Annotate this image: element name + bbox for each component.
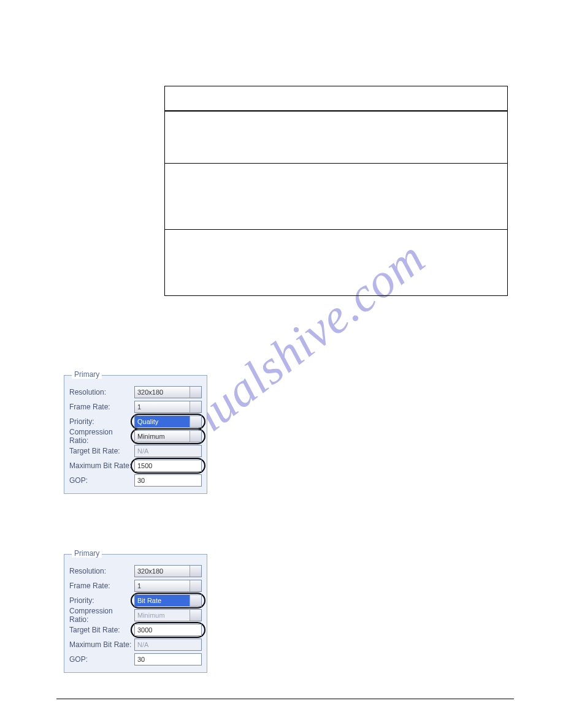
row-compression: Compression Ratio: Minimum [69, 609, 202, 622]
gop-input[interactable]: 30 [134, 474, 202, 487]
label: Target Bit Rate: [69, 626, 134, 634]
row-target-bitrate: Target Bit Rate: N/A [69, 444, 202, 458]
row-framerate: Frame Rate: 1 [69, 579, 202, 593]
info-table [164, 86, 508, 296]
chevron-down-icon [193, 391, 198, 394]
chevron-down-icon [193, 599, 198, 602]
label: GOP: [69, 476, 134, 485]
target-bitrate-input[interactable]: 3000 [134, 624, 202, 636]
chevron-down-icon [193, 585, 198, 588]
label: Compression Ratio: [69, 607, 134, 624]
row-gop: GOP: 30 [69, 474, 202, 487]
resolution-dropdown[interactable]: 320x180 [134, 565, 202, 577]
primary-panel-1: Primary Resolution: 320x180 Frame Rate: … [64, 375, 207, 494]
primary-panel-2: Primary Resolution: 320x180 Frame Rate: … [64, 554, 207, 673]
row-priority: Priority: Bit Rate [69, 594, 202, 607]
priority-dropdown[interactable]: Bit Rate [134, 594, 202, 607]
label: Compression Ratio: [69, 428, 134, 445]
label: Resolution: [69, 567, 134, 575]
chevron-down-icon [193, 406, 198, 409]
chevron-down-icon [193, 614, 198, 617]
row-gop: GOP: 30 [69, 653, 202, 666]
label: Resolution: [69, 388, 134, 396]
label: GOP: [69, 655, 134, 664]
priority-dropdown[interactable]: Quality [134, 415, 202, 428]
label: Maximum Bit Rate: [69, 640, 134, 649]
target-bitrate-input: N/A [134, 445, 202, 457]
label: Frame Rate: [69, 582, 134, 590]
label: Priority: [69, 596, 134, 605]
label: Priority: [69, 417, 134, 426]
max-bitrate-input: N/A [134, 639, 202, 651]
row-resolution: Resolution: 320x180 [69, 385, 202, 399]
row-max-bitrate: Maximum Bit Rate: N/A [69, 638, 202, 651]
row-target-bitrate: Target Bit Rate: 3000 [69, 623, 202, 637]
chevron-down-icon [193, 420, 198, 423]
label: Frame Rate: [69, 403, 134, 411]
row-framerate: Frame Rate: 1 [69, 400, 202, 414]
row-priority: Priority: Quality [69, 415, 202, 428]
row-resolution: Resolution: 320x180 [69, 564, 202, 578]
footer-divider [56, 699, 514, 699]
chevron-down-icon [193, 570, 198, 573]
row-compression: Compression Ratio: Minimum [69, 430, 202, 443]
max-bitrate-input[interactable]: 1500 [134, 460, 202, 472]
label: Maximum Bit Rate: [69, 461, 134, 470]
row-max-bitrate: Maximum Bit Rate: 1500 [69, 459, 202, 472]
gop-input[interactable]: 30 [134, 653, 202, 665]
label: Target Bit Rate: [69, 447, 134, 455]
chevron-down-icon [193, 435, 198, 438]
resolution-dropdown[interactable]: 320x180 [134, 386, 202, 398]
panel1-legend: Primary [72, 370, 102, 379]
compression-dropdown: Minimum [134, 609, 202, 621]
framerate-dropdown[interactable]: 1 [134, 401, 202, 413]
framerate-dropdown[interactable]: 1 [134, 580, 202, 592]
panel2-legend: Primary [72, 549, 102, 558]
compression-dropdown[interactable]: Minimum [134, 430, 202, 442]
